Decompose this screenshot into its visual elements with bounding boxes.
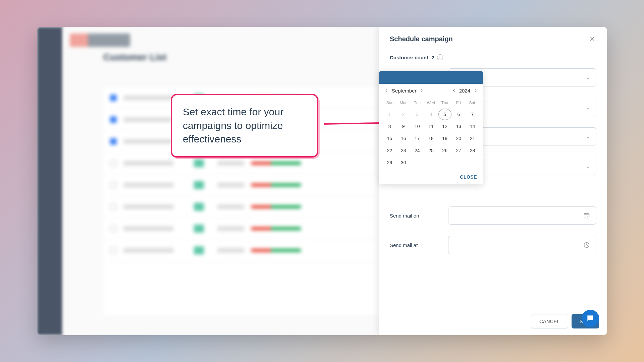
drawer-footer: CANCEL Save	[379, 307, 607, 335]
chat-icon	[586, 314, 595, 323]
day-cell[interactable]: 17	[411, 133, 424, 144]
chevron-down-icon: ⌄	[586, 104, 590, 110]
day-cell[interactable]: 5	[438, 109, 451, 120]
day-cell[interactable]: 15	[383, 133, 396, 144]
weekday-row: SunMonTueWedThuFriSat	[379, 97, 483, 109]
day-cell[interactable]: 8	[383, 121, 396, 132]
day-cell[interactable]: 22	[383, 145, 396, 156]
calendar-nav: September 2024	[379, 84, 483, 97]
drawer-title: Schedule campaign	[390, 35, 453, 43]
day-cell[interactable]: 26	[438, 145, 451, 156]
chevron-down-icon: ⌄	[586, 163, 590, 169]
weekday-cell: Sun	[383, 99, 397, 107]
day-cell[interactable]: 20	[452, 133, 465, 144]
day-cell[interactable]: 27	[452, 145, 465, 156]
day-cell[interactable]: 21	[466, 133, 479, 144]
calendar-header-bar	[379, 71, 483, 84]
clock-icon	[583, 242, 590, 248]
calendar-icon: 12	[583, 212, 590, 219]
send-mail-on-input[interactable]: 12	[448, 206, 596, 225]
send-mail-at-label: Send mail at	[390, 242, 448, 248]
sidebar	[37, 27, 63, 335]
day-cell[interactable]: 19	[438, 133, 451, 144]
next-month-button[interactable]	[418, 87, 425, 94]
close-button[interactable]	[588, 35, 596, 43]
callout-text: Set exact time for your campaigns to opt…	[183, 105, 306, 146]
customer-count-label: Customer count: 2	[390, 55, 434, 60]
day-cell: 1	[383, 109, 396, 120]
weekday-cell: Mon	[397, 99, 411, 107]
day-cell[interactable]: 6	[452, 109, 465, 120]
day-cell[interactable]: 16	[397, 133, 410, 144]
send-mail-on-label: Send mail on	[390, 213, 448, 219]
drawer-header: Schedule campaign	[379, 27, 607, 51]
day-cell: 3	[411, 109, 424, 120]
calendar-popover: September 2024 SunMonTueWedThuFriSat 123…	[379, 71, 483, 184]
tutorial-callout: Set exact time for your campaigns to opt…	[171, 94, 318, 158]
day-cell[interactable]: 9	[397, 121, 410, 132]
day-cell[interactable]: 7	[466, 109, 479, 120]
weekday-cell: Wed	[424, 99, 438, 107]
chevron-right-icon	[473, 88, 478, 93]
day-cell[interactable]: 28	[466, 145, 479, 156]
send-mail-at-input[interactable]	[448, 236, 596, 254]
day-cell[interactable]: 24	[411, 145, 424, 156]
chevron-right-icon	[419, 88, 424, 93]
month-label: September	[392, 88, 416, 94]
day-cell[interactable]: 29	[383, 157, 396, 168]
info-icon[interactable]: i	[437, 54, 443, 60]
day-cell[interactable]: 12	[438, 121, 451, 132]
page-title: Customer List	[103, 52, 166, 63]
days-grid: 1234567891011121314151617181920212223242…	[379, 109, 483, 171]
day-cell[interactable]: 25	[424, 145, 437, 156]
weekday-cell: Sat	[465, 99, 479, 107]
close-icon	[589, 36, 596, 42]
prev-year-button[interactable]	[450, 87, 457, 94]
weekday-cell: Thu	[438, 99, 451, 107]
cancel-button[interactable]: CANCEL	[531, 314, 568, 328]
year-label: 2024	[459, 88, 470, 94]
app-window: Customer List Set exact time for your ca…	[37, 27, 607, 335]
customer-count-row: Customer count: 2 i	[379, 51, 607, 68]
day-cell: 2	[397, 109, 410, 120]
day-cell[interactable]: 13	[452, 121, 465, 132]
day-cell[interactable]: 18	[424, 133, 437, 144]
day-cell[interactable]: 23	[397, 145, 410, 156]
day-cell[interactable]: 11	[424, 121, 437, 132]
next-year-button[interactable]	[472, 87, 479, 94]
chevron-down-icon: ⌄	[586, 74, 590, 81]
chat-bubble-button[interactable]	[582, 310, 599, 327]
calendar-close-button[interactable]: CLOSE	[460, 174, 477, 180]
weekday-cell: Tue	[411, 99, 424, 107]
svg-text:12: 12	[586, 216, 588, 218]
day-cell[interactable]: 30	[397, 157, 410, 168]
chevron-left-icon	[451, 88, 456, 93]
day-cell: 4	[424, 109, 437, 120]
day-cell[interactable]: 10	[411, 121, 424, 132]
weekday-cell: Fri	[451, 99, 465, 107]
chevron-left-icon	[384, 88, 389, 93]
prev-month-button[interactable]	[383, 87, 390, 94]
day-cell[interactable]: 14	[466, 121, 479, 132]
chevron-down-icon: ⌄	[586, 133, 590, 140]
